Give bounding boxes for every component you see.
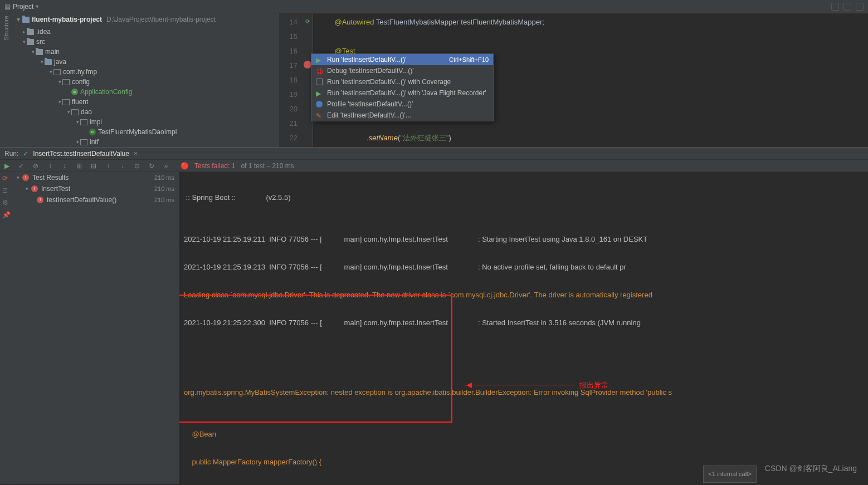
debug-icon: 🐞 bbox=[316, 67, 323, 74]
line-number-gutter: 141516 171819 202122 23 bbox=[280, 14, 302, 147]
tests-failed-count: Tests failed: 1 bbox=[194, 162, 235, 170]
coverage-icon bbox=[316, 79, 323, 85]
left-tool-stripe: Structure bbox=[0, 13, 12, 147]
run-tool-window: Run: ✓ InsertTest.testInsertDefaultValue… bbox=[0, 147, 868, 484]
check-icon[interactable]: ✓ bbox=[17, 161, 26, 170]
ctx-profile[interactable]: Profile 'testInsertDefaultV...()' bbox=[311, 99, 493, 110]
sort-icon[interactable]: ↕ bbox=[46, 161, 55, 170]
package-icon bbox=[80, 119, 87, 125]
module-icon bbox=[22, 17, 30, 23]
watermark: CSDN @剑客阿良_ALiang bbox=[765, 462, 857, 476]
run-header: Run: ✓ InsertTest.testInsertDefaultValue… bbox=[0, 148, 868, 160]
tests-total: of 1 test – 210 ms bbox=[241, 162, 294, 170]
rerun-icon[interactable]: ▶ bbox=[2, 161, 11, 170]
console-error: public MapperFactory mapperFactory() { bbox=[184, 455, 864, 469]
results-class[interactable]: ▾!InsertTest210 ms bbox=[12, 183, 179, 194]
console-line: 2021-10-19 21:25:19.211 INFO 77056 --- [… bbox=[184, 232, 864, 246]
up-icon[interactable]: ↑ bbox=[104, 161, 113, 170]
ctx-edit[interactable]: ✎Edit 'testInsertDefaultV...()'... bbox=[311, 110, 493, 121]
folder-icon bbox=[27, 29, 34, 35]
pin-icon[interactable]: 📌 bbox=[2, 211, 10, 219]
toolbar-right bbox=[831, 3, 864, 11]
run-config-name[interactable]: InsertTest.testInsertDefaultValue bbox=[33, 150, 129, 158]
tree-node-config[interactable]: ▾config bbox=[12, 77, 279, 87]
project-tool-window: ▾ fluent-mybatis-project D:\JavaProject\… bbox=[12, 13, 280, 147]
run-label: Run: bbox=[4, 150, 18, 158]
package-icon bbox=[62, 79, 70, 85]
fail-icon: ! bbox=[37, 197, 43, 203]
title-bar: ▦ Project ▼ bbox=[0, 0, 868, 13]
tree-node-testdao[interactable]: cTestFluentMybatisDaoImpl bbox=[12, 127, 279, 137]
class-icon: c bbox=[71, 89, 78, 95]
test-results-tree: ▾!Test Results210 ms ▾!InsertTest210 ms … bbox=[12, 172, 179, 484]
expand-icon[interactable]: ⊞ bbox=[75, 161, 84, 170]
tree-node-package[interactable]: ▾com.hy.fmp bbox=[12, 67, 279, 77]
run-sidebar: ⟳ ⊡ ⚙ 📌 bbox=[0, 172, 12, 484]
console-line: 2021-10-19 21:25:19.213 INFO 77056 --- [… bbox=[184, 260, 864, 274]
folder-icon bbox=[36, 49, 43, 55]
tree-node-impl[interactable]: ▾impl bbox=[12, 117, 279, 127]
project-tree: ▸.idea ▾src ▾main ▾java ▾com.hy.fmp ▾con… bbox=[12, 26, 279, 147]
tree-node-java[interactable]: ▾java bbox=[12, 57, 279, 67]
rerun-failed-icon[interactable]: ⟳ bbox=[2, 174, 10, 182]
context-menu: ▶Run 'testInsertDefaultV...()'Ctrl+Shift… bbox=[311, 53, 494, 121]
ctx-jfr[interactable]: ▶Run 'testInsertDefaultV...()' with 'Jav… bbox=[311, 87, 493, 99]
tree-node-main[interactable]: ▾main bbox=[12, 47, 279, 57]
ctx-coverage[interactable]: Run 'testInsertDefaultV...()' with Cover… bbox=[311, 76, 493, 87]
more-icon[interactable]: » bbox=[162, 161, 170, 170]
tree-node-appconfig[interactable]: cApplicationConfig bbox=[12, 87, 279, 97]
error-bulb-icon[interactable] bbox=[304, 61, 311, 68]
source-folder-icon bbox=[45, 59, 52, 65]
package-icon bbox=[62, 99, 70, 105]
run-toolbar: ▶ ✓ ⊘ ↕ ↕ ⊞ ⊟ ↑ ↓ ⊙ ↻ » 🔴 Tests failed: … bbox=[0, 160, 868, 172]
annotation-box bbox=[179, 295, 452, 423]
down-icon[interactable]: ↓ bbox=[118, 161, 127, 170]
history-icon[interactable]: ↻ bbox=[147, 161, 156, 170]
ctx-run[interactable]: ▶Run 'testInsertDefaultV...()'Ctrl+Shift… bbox=[311, 54, 493, 65]
run-gutter-icon[interactable]: ⟳ bbox=[305, 18, 310, 25]
results-root[interactable]: ▾!Test Results210 ms bbox=[12, 172, 179, 183]
run-icon: ▶ bbox=[316, 56, 323, 63]
expand-arrow-icon[interactable]: ▾ bbox=[17, 16, 20, 23]
project-tree-header: ▾ fluent-mybatis-project D:\JavaProject\… bbox=[12, 13, 279, 26]
stop-icon[interactable]: ⊘ bbox=[31, 161, 40, 170]
tree-node-fluent[interactable]: ▾fluent bbox=[12, 97, 279, 107]
tree-node-intf[interactable]: ▾intf bbox=[12, 137, 279, 147]
annotation-text: 报出异常 bbox=[579, 378, 608, 392]
sort-icon[interactable]: ↕ bbox=[60, 161, 69, 170]
package-icon bbox=[80, 139, 87, 145]
package-icon bbox=[53, 69, 61, 75]
folder-icon bbox=[27, 39, 34, 45]
tool-icon-3[interactable] bbox=[856, 3, 864, 11]
tree-node-idea[interactable]: ▸.idea bbox=[12, 27, 279, 37]
ctx-debug[interactable]: 🐞Debug 'testInsertDefaultV...()' bbox=[311, 65, 493, 76]
toggle-icon[interactable]: ⊡ bbox=[2, 187, 10, 194]
console-line: :: Spring Boot :: (v2.5.5) bbox=[184, 190, 864, 204]
close-icon[interactable]: × bbox=[134, 150, 138, 158]
tree-node-dao[interactable]: ▾dao bbox=[12, 107, 279, 117]
export-icon[interactable]: ⊙ bbox=[133, 161, 142, 170]
project-root-name[interactable]: fluent-mybatis-project bbox=[32, 16, 102, 23]
tool-icon-2[interactable] bbox=[843, 3, 851, 11]
hamburger-icon[interactable]: ▦ bbox=[4, 3, 11, 11]
collapse-icon[interactable]: ⊟ bbox=[89, 161, 98, 170]
tool-icon-1[interactable] bbox=[831, 3, 839, 11]
internal-call-hint[interactable]: <1 internal call> bbox=[703, 466, 757, 483]
console-output[interactable]: :: Spring Boot :: (v2.5.5) 2021-10-19 21… bbox=[179, 172, 868, 484]
project-dropdown[interactable]: Project bbox=[13, 3, 33, 11]
project-root-path: D:\JavaProject\fluent-mybatis-project bbox=[106, 16, 216, 23]
run-icon: ▶ bbox=[316, 90, 323, 96]
structure-tab[interactable]: Structure bbox=[3, 16, 9, 41]
fail-icon: ! bbox=[31, 185, 38, 192]
edit-icon: ✎ bbox=[316, 112, 323, 119]
results-method[interactable]: !testInsertDefaultValue()210 ms bbox=[12, 194, 179, 205]
fail-icon: ! bbox=[22, 174, 29, 181]
tree-node-src[interactable]: ▾src bbox=[12, 37, 279, 47]
error-icon: 🔴 bbox=[181, 162, 189, 170]
profile-icon bbox=[316, 101, 323, 107]
console-error: @Bean bbox=[184, 427, 864, 441]
run-config-icon: ✓ bbox=[23, 150, 28, 158]
class-icon: c bbox=[89, 129, 96, 135]
settings-icon[interactable]: ⚙ bbox=[2, 199, 10, 207]
annotation-arrow: 报出异常 bbox=[464, 378, 608, 392]
